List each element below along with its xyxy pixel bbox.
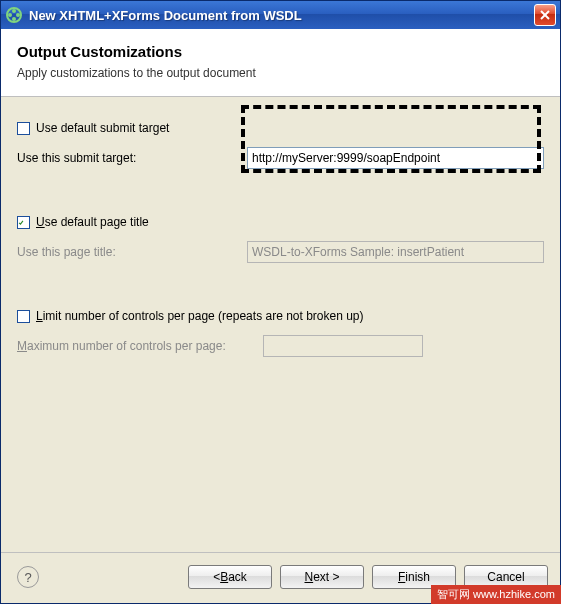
wizard-header: Output Customizations Apply customizatio… — [1, 29, 560, 97]
limit-controls-label: Limit number of controls per page (repea… — [36, 309, 364, 323]
custom-title-row: Use this page title: — [17, 241, 544, 263]
wizard-content: Use default submit target Use this submi… — [1, 97, 560, 552]
svg-point-2 — [16, 13, 20, 17]
use-default-submit-label: Use default submit target — [36, 121, 169, 135]
limit-controls-row: Limit number of controls per page (repea… — [17, 309, 544, 323]
back-button[interactable]: < Back — [188, 565, 272, 589]
submit-target-label: Use this submit target: — [17, 151, 247, 165]
use-default-submit-checkbox[interactable] — [17, 122, 30, 135]
max-controls-row: Maximum number of controls per page: — [17, 335, 544, 357]
custom-title-input — [247, 241, 544, 263]
page-title-section: Use default page title Use this page tit… — [17, 215, 544, 263]
custom-title-label: Use this page title: — [17, 245, 247, 259]
wizard-window: New XHTML+XForms Document from WSDL Outp… — [0, 0, 561, 604]
titlebar: New XHTML+XForms Document from WSDL — [1, 1, 560, 29]
page-heading: Output Customizations — [17, 43, 544, 60]
use-default-title-checkbox[interactable] — [17, 216, 30, 229]
submit-target-section: Use default submit target Use this submi… — [17, 121, 544, 169]
use-default-title-label: Use default page title — [36, 215, 149, 229]
watermark: 智可网 www.hzhike.com — [431, 585, 561, 604]
check-icon — [18, 217, 24, 228]
svg-point-1 — [8, 13, 12, 17]
close-icon — [540, 10, 550, 20]
use-default-submit-row: Use default submit target — [17, 121, 544, 135]
app-icon — [5, 6, 23, 24]
limit-controls-checkbox[interactable] — [17, 310, 30, 323]
max-controls-input — [263, 335, 423, 357]
page-description: Apply customizations to the output docum… — [17, 66, 544, 80]
max-controls-label: Maximum number of controls per page: — [17, 339, 263, 353]
help-icon: ? — [24, 570, 31, 585]
limit-controls-section: Limit number of controls per page (repea… — [17, 309, 544, 357]
submit-target-row: Use this submit target: — [17, 147, 544, 169]
close-button[interactable] — [534, 4, 556, 26]
submit-target-input[interactable] — [247, 147, 544, 169]
next-button[interactable]: Next > — [280, 565, 364, 589]
window-title: New XHTML+XForms Document from WSDL — [29, 8, 534, 23]
svg-point-4 — [12, 17, 16, 21]
use-default-title-row: Use default page title — [17, 215, 544, 229]
help-button[interactable]: ? — [17, 566, 39, 588]
svg-point-3 — [12, 9, 16, 13]
